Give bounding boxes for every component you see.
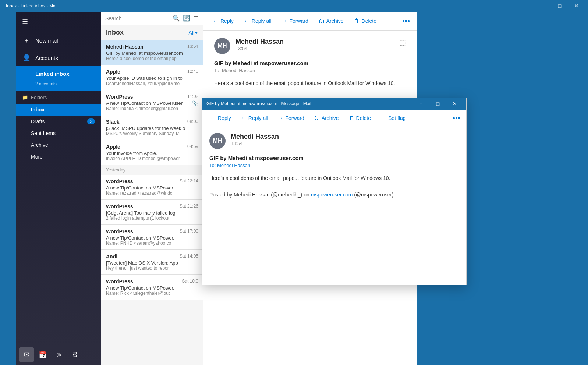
filter-icon[interactable]: ☰ — [193, 15, 198, 22]
archive-folder-label: Archive — [31, 142, 48, 148]
email-subject: A new Tip/Contact on MSPower. — [106, 185, 198, 191]
window-title: Inbox - Linked inbox - Mail — [3, 3, 57, 8]
popout-setflag-label: Set flag — [388, 115, 405, 121]
email-preview: MSPU's Weekly Summary Sunday, M — [106, 131, 198, 136]
archive-button[interactable]: 🗂 Archive — [316, 16, 346, 26]
popout-more-button[interactable]: ••• — [453, 114, 460, 123]
popout-delete-button[interactable]: 🗑 Delete — [346, 113, 373, 123]
avatar-initials: MH — [218, 43, 227, 49]
inbox-filter[interactable]: All ▾ — [188, 30, 198, 36]
list-item[interactable]: WordPress A new Tip/Contact on MSPower. … — [101, 225, 203, 250]
popout-minimize-button[interactable]: − — [412, 98, 429, 110]
popout-setflag-button[interactable]: 🏳 Set flag — [378, 113, 408, 123]
email-list: Mehedi Hassan GIF by Mehedi at mspowerus… — [101, 40, 203, 365]
nav-sidebar: ☰ ＋ New mail 👤 Accounts Linked inbox 2 a… — [16, 12, 101, 365]
title-bar: Inbox - Linked inbox - Mail − □ ✕ — [0, 0, 588, 12]
popout-reply-all-label: Reply all — [248, 115, 268, 121]
popout-body-link[interactable]: mspoweruser.com — [311, 192, 353, 198]
chevron-down-icon: ▾ — [195, 30, 198, 36]
settings-nav-btn[interactable]: ⚙ — [68, 347, 82, 362]
list-item[interactable]: Slack [Slack] MSPU updates for the week … — [101, 115, 203, 140]
linked-inbox-button[interactable]: Linked inbox 2 accounts — [16, 66, 101, 91]
email-timestamp: 13:54 — [235, 46, 394, 51]
list-item[interactable]: WordPress A new Tip/Contact on MSPowerus… — [101, 90, 203, 115]
delete-icon: 🗑 — [354, 18, 360, 24]
list-item[interactable]: Andi [Tweeten] Mac OS X Version: App Hey… — [101, 250, 203, 275]
nav-bottom-bar: ✉ 📅 ☺ ⚙ — [16, 344, 101, 365]
reading-toolbar: ← Reply ← Reply all → Forward 🗂 Archive … — [203, 12, 417, 31]
inbox-header: Inbox All ▾ — [101, 25, 203, 40]
email-sender: Apple — [106, 69, 198, 75]
email-preview: DearMehediHassan, YourAppleID(me — [106, 81, 198, 86]
popout-window: GIF by Mehedi at mspoweruser.com - Messa… — [202, 98, 467, 285]
search-input[interactable] — [105, 15, 170, 21]
popout-forward-button[interactable]: → Forward — [276, 113, 307, 123]
popout-button[interactable]: ⬚ — [399, 38, 406, 47]
refresh-icon[interactable]: 🔄 — [183, 15, 190, 22]
close-button[interactable]: ✕ — [568, 0, 585, 12]
popout-avatar-initials: MH — [213, 138, 222, 144]
reply-button[interactable]: ← Reply — [210, 16, 236, 26]
email-time: 08:00 — [187, 119, 198, 124]
more-folder[interactable]: More — [16, 151, 101, 163]
popout-archive-icon: 🗂 — [314, 115, 320, 121]
email-time: 04:59 — [187, 144, 198, 149]
maximize-button[interactable]: □ — [551, 0, 568, 12]
email-time: Sat 21:26 — [180, 203, 198, 209]
email-list-panel: 🔍 🔄 ☰ Inbox All ▾ Mehedi Hassan GIF by M… — [101, 12, 203, 365]
email-time: Sat 10:0 — [182, 279, 198, 284]
reply-icon: ← — [213, 18, 219, 24]
email-to: To: Mehedi Hassan — [214, 68, 406, 73]
folders-header[interactable]: 📁 Folders — [16, 91, 101, 104]
email-preview: Hey there, I just wanted to repor — [106, 266, 198, 271]
email-meta: Mehedi Hassan 13:54 — [235, 38, 394, 51]
popout-reply-all-button[interactable]: ← Reply all — [238, 113, 270, 123]
email-time: 12:40 — [187, 69, 198, 74]
drafts-folder[interactable]: Drafts 2 — [16, 116, 101, 127]
people-nav-btn[interactable]: ☺ — [52, 347, 66, 362]
list-item[interactable]: WordPress A new Tip/Contact on MSPower. … — [101, 275, 203, 300]
filter-label: All — [188, 30, 194, 36]
popout-content: MH Mehedi Hassan 13:54 GIF by Mehedi at … — [202, 127, 466, 285]
list-item[interactable]: Mehedi Hassan GIF by Mehedi at mspowerus… — [101, 40, 203, 65]
email-subject: [Slack] MSPU updates for the week o — [106, 125, 198, 131]
email-subject: A new Tip/Contact on MSPower. — [106, 285, 198, 291]
mail-nav-btn[interactable]: ✉ — [19, 347, 34, 362]
popout-reply-label: Reply — [218, 115, 231, 121]
popout-maximize-button[interactable]: □ — [429, 98, 446, 110]
popout-avatar: MH — [209, 133, 226, 149]
forward-button[interactable]: → Forward — [280, 16, 311, 26]
accounts-button[interactable]: 👤 Accounts — [16, 49, 101, 66]
popout-reply-all-icon: ← — [241, 115, 247, 121]
archive-label: Archive — [326, 18, 344, 24]
attachment-icon: 📎 — [192, 100, 198, 106]
email-subject-line: GIF by Mehedi at mspoweruser.com — [214, 60, 406, 66]
inbox-folder-label: Inbox — [31, 107, 45, 113]
archive-folder[interactable]: Archive — [16, 139, 101, 151]
list-item[interactable]: WordPress [Gdgt Arena] Too many failed l… — [101, 200, 203, 225]
minimize-button[interactable]: − — [534, 0, 551, 12]
list-item[interactable]: WordPress A new Tip/Contact on MSPower. … — [101, 175, 203, 200]
sent-items-folder[interactable]: Sent Items — [16, 127, 101, 139]
inbox-folder[interactable]: Inbox — [16, 104, 101, 116]
more-button[interactable]: ••• — [402, 17, 410, 25]
popout-body-paragraph-2: Posted by Mehedi Hassan (@mehedih_) on m… — [209, 191, 459, 199]
popout-reply-button[interactable]: ← Reply — [208, 113, 233, 123]
list-item[interactable]: Apple Your Apple ID was used to sign in … — [101, 65, 203, 90]
hamburger-menu[interactable]: ☰ — [16, 12, 101, 32]
reply-all-button[interactable]: ← Reply all — [242, 16, 274, 26]
new-mail-button[interactable]: ＋ New mail — [16, 32, 101, 49]
email-time: Sat 22:14 — [180, 178, 198, 184]
popout-body-text-2: Posted by Mehedi Hassan (@mehedih_) on — [209, 192, 311, 198]
popout-close-button[interactable]: ✕ — [446, 98, 463, 110]
popout-reply-icon: ← — [210, 115, 216, 121]
popout-archive-button[interactable]: 🗂 Archive — [312, 113, 341, 123]
search-icon[interactable]: 🔍 — [173, 15, 180, 22]
calendar-nav-btn[interactable]: 📅 — [35, 347, 50, 362]
linked-inbox-label: Linked inbox — [35, 71, 70, 77]
list-item[interactable]: Apple Your invoice from Apple. Invoice A… — [101, 140, 203, 165]
more-label: More — [31, 154, 43, 160]
delete-button[interactable]: 🗑 Delete — [352, 16, 379, 26]
email-sender: Apple — [106, 144, 198, 150]
popout-delete-label: Delete — [356, 115, 371, 121]
